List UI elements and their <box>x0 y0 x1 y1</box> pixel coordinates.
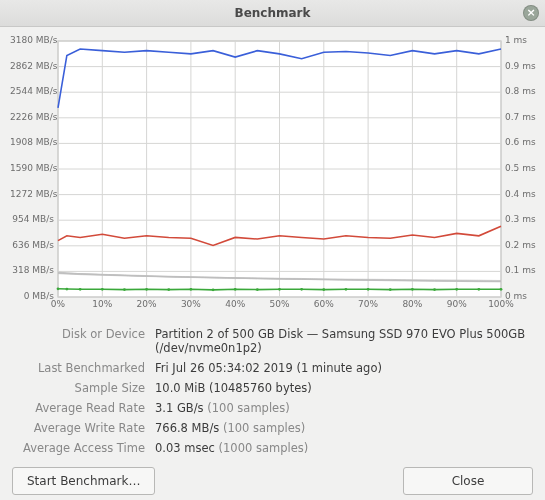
svg-point-25 <box>79 288 82 291</box>
close-button[interactable]: Close <box>403 467 533 495</box>
svg-point-34 <box>278 288 281 291</box>
xtick: 60% <box>314 299 334 309</box>
value-disk: Partition 2 of 500 GB Disk — Samsung SSD… <box>155 327 535 355</box>
svg-point-29 <box>167 288 170 291</box>
xtick: 10% <box>92 299 112 309</box>
label-access-time: Average Access Time <box>10 441 155 455</box>
svg-point-26 <box>101 288 104 291</box>
ytick-left: 318 MB/s <box>10 265 54 275</box>
ytick-left: 1590 MB/s <box>10 163 54 173</box>
ytick-right: 0.7 ms <box>505 112 535 122</box>
close-icon[interactable]: × <box>523 5 539 21</box>
info-table: Disk or Device Partition 2 of 500 GB Dis… <box>10 321 535 461</box>
value-sample-size: 10.0 MiB (10485760 bytes) <box>155 381 535 395</box>
ytick-right: 1 ms <box>505 35 535 45</box>
xtick: 100% <box>488 299 514 309</box>
xtick: 50% <box>269 299 289 309</box>
svg-point-28 <box>145 288 148 291</box>
titlebar: Benchmark × <box>0 0 545 27</box>
svg-point-40 <box>411 288 414 291</box>
ytick-left: 0 MB/s <box>10 291 54 301</box>
write-rate-number: 766.8 MB/s <box>155 421 219 435</box>
svg-point-35 <box>300 288 303 291</box>
ytick-right: 0.9 ms <box>505 61 535 71</box>
ytick-right: 0.2 ms <box>505 240 535 250</box>
value-last-benchmarked: Fri Jul 26 05:34:02 2019 (1 minute ago) <box>155 361 535 375</box>
svg-point-43 <box>477 288 480 291</box>
xtick: 90% <box>447 299 467 309</box>
value-access-time: 0.03 msec (1000 samples) <box>155 441 535 455</box>
ytick-left: 2862 MB/s <box>10 61 54 71</box>
ytick-left: 2226 MB/s <box>10 112 54 122</box>
ytick-left: 954 MB/s <box>10 214 54 224</box>
value-read-rate: 3.1 GB/s (100 samples) <box>155 401 535 415</box>
xtick: 20% <box>137 299 157 309</box>
svg-point-41 <box>433 288 436 291</box>
ytick-right: 0.4 ms <box>505 189 535 199</box>
value-write-rate: 766.8 MB/s (100 samples) <box>155 421 535 435</box>
benchmark-chart: 0 MB/s0 ms318 MB/s0.1 ms636 MB/s0.2 ms95… <box>10 35 535 315</box>
ytick-left: 636 MB/s <box>10 240 54 250</box>
chart-svg <box>10 35 535 315</box>
ytick-right: 0.3 ms <box>505 214 535 224</box>
ytick-left: 1908 MB/s <box>10 137 54 147</box>
ytick-left: 3180 MB/s <box>10 35 54 45</box>
svg-point-27 <box>123 288 126 291</box>
svg-point-36 <box>322 288 325 291</box>
ytick-left: 1272 MB/s <box>10 189 54 199</box>
window-title: Benchmark <box>235 6 311 20</box>
access-time-number: 0.03 msec <box>155 441 215 455</box>
start-benchmark-button[interactable]: Start Benchmark… <box>12 467 155 495</box>
xtick: 0% <box>51 299 65 309</box>
svg-point-32 <box>234 288 237 291</box>
read-rate-note: (100 samples) <box>207 401 289 415</box>
ytick-left: 2544 MB/s <box>10 86 54 96</box>
xtick: 30% <box>181 299 201 309</box>
label-read-rate: Average Read Rate <box>10 401 155 415</box>
label-sample-size: Sample Size <box>10 381 155 395</box>
xtick: 80% <box>402 299 422 309</box>
dialog-content: 0 MB/s0 ms318 MB/s0.1 ms636 MB/s0.2 ms95… <box>0 27 545 500</box>
svg-point-30 <box>190 288 193 291</box>
svg-point-38 <box>367 288 370 291</box>
ytick-right: 0.8 ms <box>505 86 535 96</box>
svg-point-37 <box>345 288 348 291</box>
svg-point-24 <box>65 288 68 291</box>
svg-point-39 <box>389 288 392 291</box>
access-time-note: (1000 samples) <box>219 441 309 455</box>
svg-point-31 <box>212 288 215 291</box>
read-rate-number: 3.1 GB/s <box>155 401 204 415</box>
svg-point-44 <box>500 288 503 291</box>
button-row: Start Benchmark… Close <box>10 461 535 495</box>
ytick-right: 0.5 ms <box>505 163 535 173</box>
svg-point-23 <box>57 287 60 290</box>
label-write-rate: Average Write Rate <box>10 421 155 435</box>
xtick: 70% <box>358 299 378 309</box>
write-rate-note: (100 samples) <box>223 421 305 435</box>
svg-point-33 <box>256 288 259 291</box>
ytick-right: 0.6 ms <box>505 137 535 147</box>
label-last-benchmarked: Last Benchmarked <box>10 361 155 375</box>
ytick-right: 0.1 ms <box>505 265 535 275</box>
xtick: 40% <box>225 299 245 309</box>
svg-point-42 <box>455 288 458 291</box>
label-disk: Disk or Device <box>10 327 155 355</box>
